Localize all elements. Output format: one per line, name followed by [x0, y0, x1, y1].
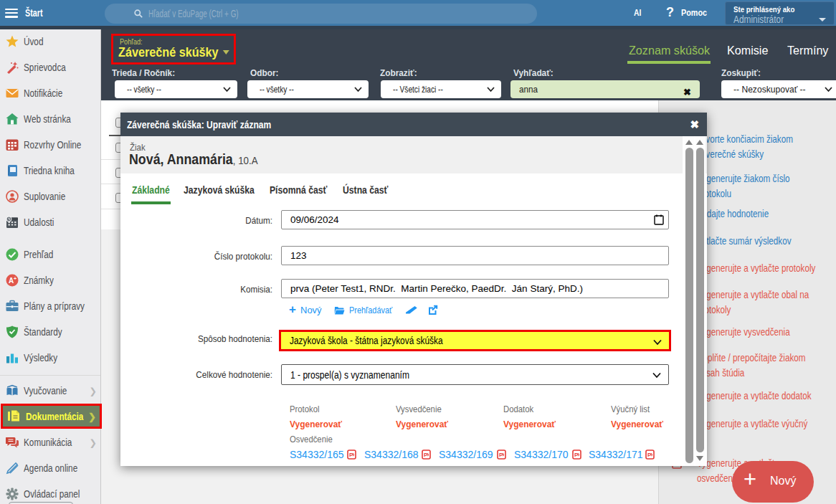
svg-text:+: +: [14, 276, 16, 281]
